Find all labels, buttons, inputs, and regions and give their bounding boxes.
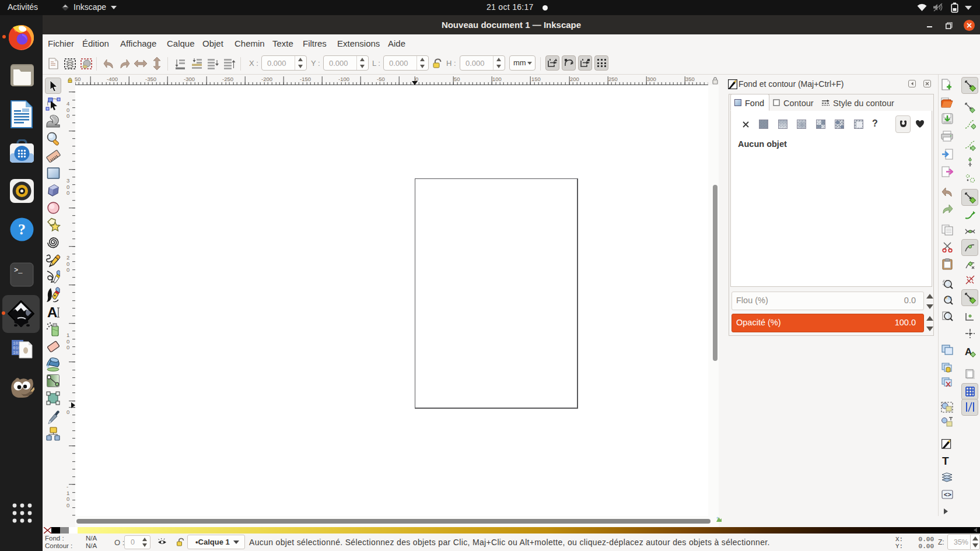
svg-text:?: ? — [18, 221, 26, 238]
svg-text:<>: <> — [944, 491, 951, 498]
svg-text:A: A — [47, 306, 57, 320]
svg-text:A: A — [965, 346, 972, 357]
svg-text:>_: >_ — [14, 266, 23, 275]
